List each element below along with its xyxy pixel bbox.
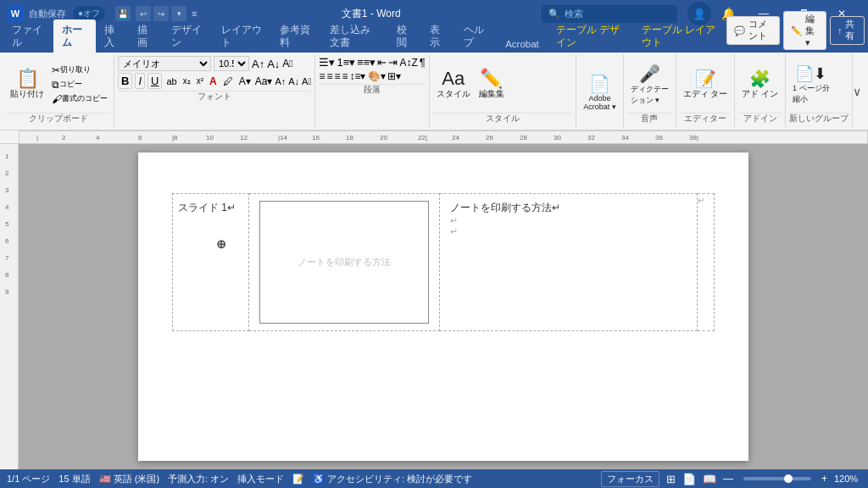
align-center-button[interactable]: ≡ (326, 70, 332, 82)
return-mark-1: ↵ (450, 215, 687, 226)
zoom-slider[interactable] (743, 477, 811, 480)
tab-view[interactable]: 表示 (421, 19, 455, 53)
microphone-icon: 🎤 (639, 64, 660, 84)
document-page: ⊕ スライド 1↵ ノートを印刷する方法 ノ (138, 152, 748, 461)
phonetic-icon[interactable]: A⃝ (302, 76, 311, 86)
share-button[interactable]: ↑ 共有 (830, 16, 865, 45)
tab-insert[interactable]: 挿入 (96, 19, 130, 53)
search-box[interactable]: 🔍 検索 (542, 5, 677, 23)
addin-button[interactable]: 🧩 アド イン (738, 67, 782, 102)
superscript-button[interactable]: x² (195, 75, 205, 86)
zoom-level[interactable]: 120% (834, 474, 861, 484)
view-print-icon[interactable]: 📄 (682, 473, 696, 485)
focus-label[interactable]: フォーカス (601, 471, 659, 487)
editor-icon: 📝 (695, 69, 716, 89)
font-grow-icon[interactable]: A↑ (252, 58, 264, 70)
addin-icon: 🧩 (749, 69, 771, 89)
ribbon-customize-icon: ≡ (192, 8, 197, 19)
document-area[interactable]: ⊕ スライド 1↵ ノートを印刷する方法 ノ (19, 144, 868, 469)
one-page-group: 📄⬇ 1 ページ分 縮小 新しいグループ (786, 54, 853, 128)
font-name-select[interactable]: メイリオ (118, 56, 211, 71)
adobe-button[interactable]: 📄 Adobe Acrobat ▾ (580, 72, 620, 113)
flag-icon: 🇺🇸 (99, 474, 111, 485)
view-read-icon[interactable]: 📖 (703, 473, 716, 485)
tab-table-layout[interactable]: テーブル レイアウト (633, 19, 727, 53)
insert-mode: 挿入モード (237, 473, 284, 485)
font-color2-button[interactable]: A▾ (237, 75, 253, 88)
align-left-button[interactable]: ≡ (319, 70, 325, 82)
dictate-button[interactable]: 🎤 ディクテー ション ▾ (627, 62, 672, 108)
tab-references[interactable]: 参考資料 (271, 19, 321, 53)
tab-help[interactable]: ヘルプ (455, 19, 497, 53)
font-color-button[interactable]: A (208, 75, 219, 88)
line-spacing-button[interactable]: ↕≡▾ (349, 70, 365, 82)
clipboard-label: クリップボード (7, 113, 110, 126)
font-size-select[interactable]: 10.5 (214, 56, 249, 71)
zoom-thumb (784, 474, 793, 483)
voice-group: 🎤 ディクテー ション ▾ 音声 (624, 54, 676, 128)
autosave-label: 自動保存 (29, 8, 66, 20)
bullet-list-button[interactable]: ☰▾ (319, 56, 335, 69)
doc-title: 文書1 - Word (200, 7, 542, 21)
paste-button[interactable]: 📋 貼り付け (7, 67, 47, 102)
main-area: 1 2 3 4 5 6 7 8 9 ⊕ スライド 1↵ (0, 144, 868, 469)
cut-button[interactable]: ✂ 切り取り (49, 64, 110, 77)
editor-button[interactable]: 📝 エディ ター (680, 67, 732, 102)
clear-format-icon[interactable]: A⃝ (282, 58, 292, 69)
view-web-icon[interactable]: ⊞ (666, 473, 676, 485)
tab-layout[interactable]: レイアウト (213, 19, 271, 53)
new-group-label: 新しいグループ (789, 113, 849, 126)
number-list-button[interactable]: 1≡▾ (337, 56, 355, 69)
justify-button[interactable]: ≡ (342, 70, 348, 82)
highlight-button[interactable]: 🖊 (221, 75, 235, 88)
prediction-status: 予測入力: オン (168, 473, 229, 485)
format-painter-button[interactable]: 🖌 書式のコピー (49, 92, 110, 106)
return-mark-2: ↵ (450, 226, 687, 237)
decrease-indent-button[interactable]: ⇤ (377, 56, 387, 69)
tab-design[interactable]: デザイン (163, 19, 213, 53)
notes-cell[interactable]: ノートを印刷する方法↵ ↵ ↵ (440, 194, 698, 331)
bold-button[interactable]: B (118, 73, 132, 89)
expand-ribbon-icon[interactable]: ∨ (853, 85, 861, 98)
search-icon: 🔍 (548, 8, 560, 19)
editor-group: 📝 エディ ター エディター (676, 54, 736, 128)
accessibility-status[interactable]: ♿ アクセシビリティ: 検討が必要です (313, 473, 472, 485)
status-bar: 1/1 ページ 15 単語 🇺🇸 英語 (米国) 予測入力: オン 挿入モード … (0, 469, 868, 488)
increase-indent-button[interactable]: ⇥ (388, 56, 398, 69)
zoom-out-icon[interactable]: — (723, 473, 733, 485)
font-grow2-icon[interactable]: A↑ (275, 76, 286, 86)
sort-button[interactable]: A↕Z (399, 57, 417, 69)
tab-acrobat[interactable]: Acrobat (497, 35, 548, 53)
strikethrough-button[interactable]: ab (164, 75, 178, 87)
font-group: メイリオ 10.5 A↑ A↓ A⃝ B I U ab x₂ x² A (114, 54, 315, 128)
copy-button[interactable]: ⧉ コピー (49, 78, 110, 92)
table-resize-handle[interactable]: ⊕ (214, 237, 228, 251)
font-shrink-icon[interactable]: A↓ (267, 58, 280, 70)
tab-draw[interactable]: 描画 (129, 19, 163, 53)
subscript-button[interactable]: x₂ (181, 75, 192, 86)
shading-button[interactable]: 🎨▾ (368, 70, 386, 82)
editing-button[interactable]: ✏️ 編集集 (476, 67, 508, 102)
multi-list-button[interactable]: ≡≡▾ (357, 56, 376, 69)
comment-button[interactable]: 💬 コメント (726, 16, 780, 45)
underline-button[interactable]: U (147, 73, 162, 89)
tab-mailings[interactable]: 差し込み文書 (321, 19, 388, 53)
tab-table-design[interactable]: テーブル デザイン (548, 19, 633, 53)
tab-home[interactable]: ホーム (53, 19, 95, 53)
border-button[interactable]: ⊞▾ (387, 70, 401, 82)
paragraph-label: 段落 (319, 84, 425, 97)
font-shrink2-icon[interactable]: A↓ (288, 76, 299, 86)
edit-button[interactable]: ✏️ 編集▾ (783, 11, 826, 50)
styles-button[interactable]: Aa スタイル (433, 67, 474, 102)
tab-file[interactable]: ファイル (3, 19, 53, 53)
zoom-in-icon[interactable]: + (821, 473, 827, 485)
accessibility-icon: ♿ (313, 474, 325, 485)
text-effect-button[interactable]: Aa▾ (255, 75, 273, 87)
italic-button[interactable]: I (135, 73, 145, 89)
one-page-button[interactable]: 📄⬇ 1 ページ分 縮小 (789, 63, 833, 107)
word-count: 15 単語 (58, 473, 90, 485)
show-marks-button[interactable]: ¶ (420, 56, 426, 69)
tab-review[interactable]: 校閲 (388, 19, 422, 53)
align-right-button[interactable]: ≡ (334, 70, 340, 82)
editing-icon: ✏️ (480, 69, 503, 89)
